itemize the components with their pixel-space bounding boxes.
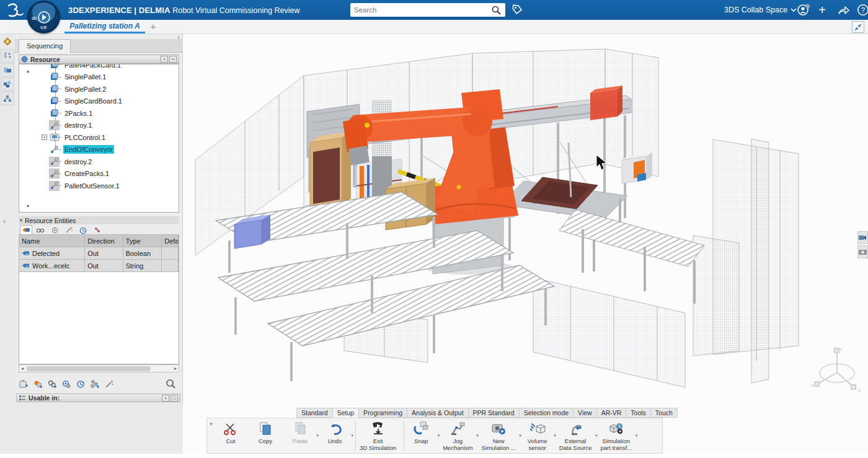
document-tab[interactable]: Palletizing station A bbox=[64, 20, 145, 34]
search-input[interactable] bbox=[350, 6, 490, 14]
tree-item-destroy1[interactable]: destroy.1 bbox=[19, 120, 179, 132]
compass-vr-label[interactable]: V.R bbox=[40, 25, 46, 30]
column-header-type[interactable]: Type bbox=[123, 234, 162, 247]
rail-behavior-tool[interactable] bbox=[1, 49, 14, 63]
wand-edit-button[interactable] bbox=[103, 378, 115, 390]
usable-in-expand-button[interactable]: › bbox=[162, 395, 169, 402]
tab-sequencing[interactable]: Sequencing bbox=[19, 39, 71, 53]
snap-button[interactable]: Snap ▾ bbox=[405, 418, 440, 453]
dropdown-caret-icon[interactable]: ▾ bbox=[438, 433, 440, 438]
dropdown-caret-icon[interactable]: ▾ bbox=[316, 433, 319, 438]
table-horizontal-scrollbar[interactable]: ◂ ▸ bbox=[19, 364, 179, 372]
tree-expander-plus[interactable]: + bbox=[42, 134, 47, 140]
scroll-left-arrow[interactable]: ◂ bbox=[21, 366, 24, 371]
ribbon-tab-setup[interactable]: Setup bbox=[332, 408, 358, 418]
tree-scroll-down-icon[interactable]: ▾ bbox=[27, 203, 29, 209]
add-content-button[interactable]: + bbox=[815, 0, 829, 20]
entity-tab-ports[interactable] bbox=[91, 226, 104, 234]
entity-tab-time[interactable] bbox=[77, 226, 89, 234]
column-header-name[interactable]: Name bbox=[19, 234, 85, 247]
copy-button[interactable]: Copy bbox=[250, 418, 285, 453]
jog-mechanism-button[interactable]: JogMechanism ▾ bbox=[440, 418, 479, 453]
3dexperience-compass[interactable]: 3D V.R bbox=[27, 1, 60, 33]
gear-search-button[interactable] bbox=[60, 378, 73, 390]
section-collapse-triangle-icon[interactable]: ▾ bbox=[20, 218, 22, 223]
collab-space-selector[interactable]: 3DS Collab Space bbox=[724, 0, 797, 20]
scroll-right-arrow[interactable]: ▸ bbox=[174, 366, 177, 371]
paste-button[interactable]: Paste ▾ bbox=[285, 418, 319, 453]
entity-tab-reference[interactable] bbox=[48, 226, 61, 234]
tag-button[interactable] bbox=[511, 0, 523, 20]
tree-item-destroy2[interactable]: destroy.2 bbox=[19, 156, 179, 168]
external-data-source-button[interactable]: ExternalData Source ▾ bbox=[557, 418, 598, 453]
tree-item-createpacks[interactable]: CreatePacks.1 bbox=[19, 168, 179, 180]
dropdown-caret-icon[interactable]: ▾ bbox=[554, 433, 556, 438]
tree-item-plccontrol[interactable]: + PLCControl.1 bbox=[19, 131, 179, 144]
resource-minimize-button[interactable]: − bbox=[169, 56, 177, 63]
ribbon-tab-standard[interactable]: Standard bbox=[296, 408, 332, 418]
dropdown-caret-icon[interactable]: ▾ bbox=[519, 433, 521, 438]
ribbon-tab-tools[interactable]: Tools bbox=[626, 408, 650, 418]
ribbon-tab-analysis-output[interactable]: Analysis & Output bbox=[407, 408, 467, 418]
new-simulation-button[interactable]: NewSimulation ... ▾ bbox=[479, 418, 522, 453]
search-box[interactable] bbox=[350, 3, 505, 17]
new-tab-button[interactable]: + bbox=[148, 21, 159, 32]
simulation-part-transfer-button[interactable]: Simulationpart transf... ▾ bbox=[598, 418, 638, 453]
add-hierarchy-button[interactable] bbox=[89, 378, 101, 390]
panel-collapse-chevron-left[interactable]: ‹ bbox=[3, 217, 6, 226]
tree-item-singlepallet1[interactable]: SinglePallet.1 bbox=[19, 71, 179, 84]
tree-item-singlepallet2[interactable]: SinglePallet.2 bbox=[19, 83, 179, 95]
resource-section-header[interactable]: Resource › − bbox=[19, 55, 179, 64]
table-row-workpiece[interactable]: o Work...ecelc Out String bbox=[19, 260, 179, 272]
ribbon-tab-view[interactable]: View bbox=[573, 408, 596, 418]
resource-tree[interactable]: ▴ ▾ Pallet4PackCard.1 SinglePallet.1 Sin… bbox=[19, 64, 179, 213]
search-icon[interactable] bbox=[490, 5, 503, 15]
add-clipboard-button[interactable] bbox=[17, 378, 30, 390]
entity-tab-relations[interactable] bbox=[34, 226, 46, 234]
rail-apps-tool[interactable] bbox=[1, 77, 14, 91]
entity-tab-parameters[interactable] bbox=[20, 225, 32, 234]
dropdown-caret-icon[interactable]: ▾ bbox=[636, 433, 638, 438]
ribbon-tab-ar-vr[interactable]: AR-VR bbox=[596, 408, 626, 418]
dropdown-caret-icon[interactable]: ▾ bbox=[476, 433, 479, 438]
usable-in-restore-button[interactable]: □ bbox=[170, 395, 178, 402]
dropdown-caret-icon[interactable]: ▾ bbox=[595, 433, 598, 438]
volume-sensor-button[interactable]: Volumesensor ▾ bbox=[522, 418, 557, 453]
column-header-direction[interactable]: Direction bbox=[84, 234, 123, 247]
tree-item-palletoutsensor[interactable]: PalletOutSensor.1 bbox=[19, 180, 179, 192]
rail-hierarchy-tool[interactable] bbox=[1, 92, 14, 105]
compass-diamond-icon[interactable] bbox=[1, 35, 14, 48]
ribbon-tab-selection-mode[interactable]: Selection mode bbox=[519, 408, 573, 418]
restore-window-button[interactable] bbox=[852, 21, 864, 33]
3d-viewport[interactable]: x y z bbox=[183, 34, 868, 458]
share-button[interactable] bbox=[836, 0, 851, 20]
time-refresh-button[interactable] bbox=[74, 378, 87, 390]
entity-tab-wizard[interactable] bbox=[63, 226, 75, 234]
resource-expand-button[interactable]: › bbox=[161, 56, 168, 63]
compass-play-icon[interactable] bbox=[38, 11, 50, 24]
tree-item-endofconveyor[interactable]: EndOfConveyor bbox=[19, 144, 179, 156]
resource-entities-header[interactable]: ▾ Resource Entities bbox=[19, 216, 179, 224]
table-row-detected[interactable]: o Detected Out Boolean bbox=[19, 247, 179, 260]
photo-capture-button[interactable] bbox=[857, 245, 868, 258]
help-button[interactable]: ? bbox=[856, 0, 868, 20]
add-parameter-button[interactable] bbox=[32, 378, 44, 390]
toolbar-collapse-chevron[interactable]: ▾ bbox=[207, 418, 215, 453]
cut-button[interactable]: Cut bbox=[215, 418, 250, 453]
video-capture-button[interactable] bbox=[857, 231, 868, 244]
tree-item-2packs[interactable]: 2Packs.1 bbox=[19, 107, 179, 120]
column-header-default[interactable]: Defa...alue bbox=[161, 234, 179, 247]
dropdown-caret-icon[interactable]: ▾ bbox=[351, 433, 353, 438]
ribbon-tab-touch[interactable]: Touch bbox=[650, 408, 678, 418]
add-gears-button[interactable] bbox=[46, 378, 58, 390]
ribbon-tab-ppr-standard[interactable]: PPR Standard bbox=[468, 408, 519, 418]
user-profile-button[interactable] bbox=[795, 0, 812, 20]
compass-3d-label[interactable]: 3D bbox=[32, 16, 37, 20]
3ds-logo[interactable] bbox=[5, 2, 26, 18]
entity-search-button[interactable] bbox=[164, 378, 177, 390]
tree-item-pallet4packcard[interactable]: Pallet4PackCard.1 bbox=[19, 64, 179, 71]
usable-in-header[interactable]: Usable in: › □ bbox=[16, 394, 180, 402]
exit-3d-simulation-button[interactable]: Exit3D Simulation bbox=[357, 418, 402, 453]
tree-item-singlecardboard[interactable]: SingleCardBoard.1 bbox=[19, 95, 179, 108]
ribbon-tab-programming[interactable]: Programming bbox=[358, 408, 407, 418]
